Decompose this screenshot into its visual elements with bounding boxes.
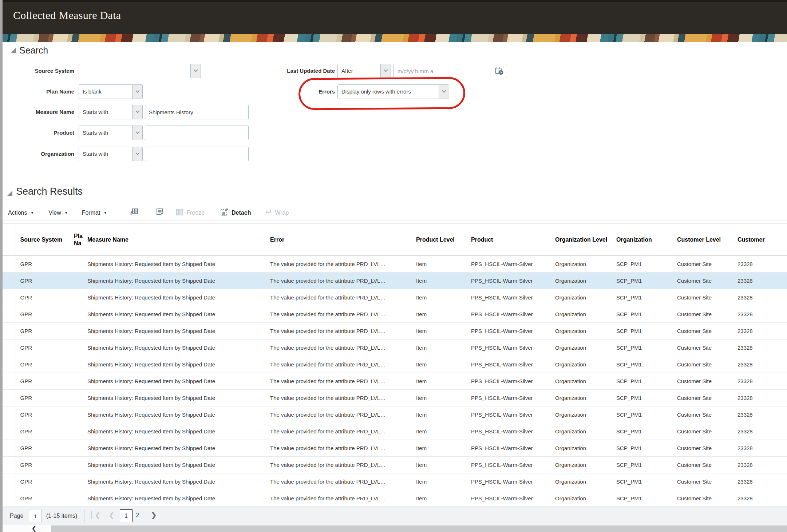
- table-row[interactable]: GPRShipments History: Requested Item by …: [3, 340, 787, 356]
- detach-button[interactable]: Detach: [220, 208, 251, 218]
- cell-product: PPS_HSCIL-Warm-Silver: [467, 323, 551, 340]
- chevron-down-icon[interactable]: [132, 147, 142, 161]
- cell-product: PPS_HSCIL-Warm-Silver: [467, 373, 551, 390]
- page-number-input[interactable]: [29, 510, 42, 522]
- format-menu[interactable]: Format ▼: [82, 210, 107, 216]
- cell-organization-level: Organization: [551, 340, 612, 356]
- table-row[interactable]: GPRShipments History: Requested Item by …: [3, 273, 787, 289]
- search-results-collapse-icon[interactable]: [7, 191, 12, 196]
- cell-product: PPS_HSCIL-Warm-Silver: [467, 356, 551, 373]
- product-input[interactable]: [145, 126, 249, 140]
- cell-organization: SCP_PM1: [612, 340, 673, 356]
- last-updated-date-field: 1: [394, 64, 507, 78]
- cell-source-system: GPR: [16, 323, 70, 340]
- column-header-product[interactable]: Product: [467, 224, 551, 256]
- table-row[interactable]: GPRShipments History: Requested Item by …: [3, 457, 787, 473]
- cell-plan-name: [70, 323, 83, 340]
- chevron-down-icon[interactable]: [380, 64, 391, 78]
- chevron-down-icon[interactable]: [132, 105, 142, 119]
- cell-organization-level: Organization: [551, 356, 612, 373]
- cell-product-level: Item: [412, 373, 467, 390]
- last-updated-date-input[interactable]: [394, 64, 507, 78]
- table-row[interactable]: GPRShipments History: Requested Item by …: [3, 406, 787, 423]
- cell-customer-level: Customer Site: [673, 490, 733, 507]
- cell-error: The value provided for the attribute PRD…: [266, 473, 412, 490]
- next-page-icon[interactable]: ❯: [151, 511, 157, 519]
- page-2-link[interactable]: 2: [136, 512, 139, 519]
- scroll-left-icon[interactable]: ❮: [32, 525, 36, 532]
- cell-product: PPS_HSCIL-Warm-Silver: [467, 256, 551, 273]
- column-header-customer-level[interactable]: Customer Level: [673, 224, 733, 256]
- chevron-down-icon[interactable]: [132, 126, 142, 140]
- search-section-title: Search: [19, 45, 48, 56]
- product-operator-value: Starts with: [79, 126, 132, 140]
- cell-customer-level: Customer Site: [673, 406, 733, 423]
- table-row[interactable]: GPRShipments History: Requested Item by …: [3, 356, 787, 373]
- cell-organization: SCP_PM1: [612, 423, 673, 440]
- table-row[interactable]: GPRShipments History: Requested Item by …: [3, 423, 787, 440]
- cell-measure-name: Shipments History: Requested Item by Shi…: [83, 289, 266, 306]
- plan-name-operator-value: Is blank: [79, 85, 132, 99]
- actions-menu[interactable]: Actions ▼: [8, 210, 34, 216]
- column-header-measure-name[interactable]: Measure Name: [83, 224, 266, 256]
- column-header-organization-level[interactable]: Organization Level: [551, 224, 612, 256]
- product-operator-select[interactable]: Starts with: [79, 126, 143, 140]
- cell-measure-name: Shipments History: Requested Item by Shi…: [83, 340, 266, 356]
- organization-operator-select[interactable]: Starts with: [79, 147, 143, 161]
- last-updated-date-operator-select[interactable]: After: [337, 64, 391, 78]
- column-header-source-system[interactable]: Source System: [16, 224, 70, 256]
- cell-source-system: GPR: [16, 457, 70, 473]
- row-header-cell: [3, 256, 16, 273]
- measure-name-operator-select[interactable]: Starts with: [79, 105, 143, 119]
- cell-customer: 23328: [733, 340, 787, 356]
- table-row[interactable]: GPRShipments History: Requested Item by …: [3, 373, 787, 390]
- cell-measure-name: Shipments History: Requested Item by Shi…: [83, 256, 266, 273]
- scrollbar-thumb[interactable]: [51, 525, 787, 532]
- table-row[interactable]: GPRShipments History: Requested Item by …: [3, 289, 787, 306]
- table-header-row: Source SystemPla NaMeasure NameErrorProd…: [3, 224, 787, 256]
- row-header-cell: [3, 273, 16, 289]
- cell-product-level: Item: [412, 406, 467, 423]
- left-gutter-strip: [0, 0, 3, 532]
- query-by-example-icon[interactable]: [156, 208, 165, 218]
- table-row[interactable]: GPRShipments History: Requested Item by …: [3, 323, 787, 340]
- row-header-cell: [3, 289, 16, 306]
- plan-name-operator-select[interactable]: Is blank: [79, 84, 143, 99]
- column-header-plan-name[interactable]: Pla Na: [70, 224, 83, 256]
- column-header-product-level[interactable]: Product Level: [412, 224, 467, 256]
- cell-error: The value provided for the attribute PRD…: [266, 440, 412, 457]
- cell-product: PPS_HSCIL-Warm-Silver: [467, 273, 551, 289]
- chevron-down-icon[interactable]: [190, 64, 201, 78]
- table-row[interactable]: GPRShipments History: Requested Item by …: [3, 440, 787, 457]
- chevron-down-icon[interactable]: [439, 85, 449, 99]
- chevron-down-icon[interactable]: [132, 85, 142, 99]
- column-header-organization[interactable]: Organization: [612, 224, 673, 256]
- calendar-clock-icon[interactable]: 1: [495, 67, 504, 75]
- current-page-button[interactable]: 1: [120, 509, 133, 522]
- table-row[interactable]: GPRShipments History: Requested Item by …: [3, 256, 787, 273]
- table-row[interactable]: GPRShipments History: Requested Item by …: [3, 490, 787, 507]
- cell-source-system: GPR: [16, 490, 70, 507]
- table-row[interactable]: GPRShipments History: Requested Item by …: [3, 390, 787, 406]
- search-collapse-icon[interactable]: [11, 48, 16, 53]
- cell-organization: SCP_PM1: [612, 323, 673, 340]
- cell-organization: SCP_PM1: [612, 406, 673, 423]
- export-to-excel-icon[interactable]: [130, 208, 138, 218]
- cell-product-level: Item: [412, 423, 467, 440]
- view-menu[interactable]: View ▼: [48, 210, 68, 216]
- column-header-error[interactable]: Error: [266, 224, 412, 256]
- cell-error: The value provided for the attribute PRD…: [266, 323, 412, 340]
- table-row[interactable]: GPRShipments History: Requested Item by …: [3, 473, 787, 490]
- measure-name-operator-value: Starts with: [79, 105, 132, 119]
- measure-name-input[interactable]: [145, 105, 249, 119]
- column-header-customer[interactable]: Customer: [733, 224, 787, 256]
- cell-customer: 23328: [733, 390, 787, 406]
- cell-customer: 23328: [733, 373, 787, 390]
- table-row[interactable]: GPRShipments History: Requested Item by …: [3, 306, 787, 323]
- cell-customer: 23328: [733, 440, 787, 457]
- errors-select[interactable]: Display only rows with errors: [337, 84, 449, 99]
- source-system-select[interactable]: [79, 64, 201, 78]
- organization-input[interactable]: [145, 147, 249, 161]
- organization-label: Organization: [3, 150, 74, 158]
- cell-error: The value provided for the attribute PRD…: [266, 373, 412, 390]
